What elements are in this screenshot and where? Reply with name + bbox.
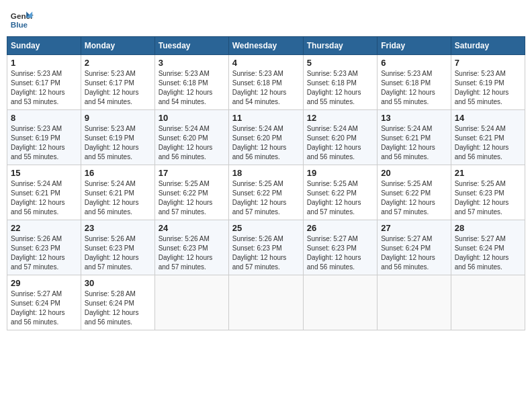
day-number: 12 [307, 113, 373, 123]
logo: General Blue [9, 7, 36, 31]
day-cell: 25 Sunrise: 5:26 AM Sunset: 6:23 PM Dayl… [228, 220, 303, 275]
day-info: Sunrise: 5:23 AM Sunset: 6:18 PM Dayligh… [232, 69, 300, 107]
day-number: 29 [11, 278, 77, 288]
day-cell: 18 Sunrise: 5:25 AM Sunset: 6:22 PM Dayl… [228, 165, 303, 220]
day-cell: 20 Sunrise: 5:25 AM Sunset: 6:22 PM Dayl… [378, 165, 451, 220]
day-cell: 26 Sunrise: 5:27 AM Sunset: 6:23 PM Dayl… [303, 220, 377, 275]
day-info: Sunrise: 5:23 AM Sunset: 6:18 PM Dayligh… [159, 69, 225, 107]
day-cell: 19 Sunrise: 5:25 AM Sunset: 6:22 PM Dayl… [303, 165, 377, 220]
day-number: 21 [455, 168, 521, 178]
day-info: Sunrise: 5:27 AM Sunset: 6:24 PM Dayligh… [381, 234, 447, 272]
day-cell: 29 Sunrise: 5:27 AM Sunset: 6:24 PM Dayl… [7, 275, 81, 330]
day-info: Sunrise: 5:26 AM Sunset: 6:23 PM Dayligh… [85, 234, 151, 272]
day-cell: 23 Sunrise: 5:26 AM Sunset: 6:23 PM Dayl… [81, 220, 154, 275]
day-number: 25 [232, 223, 300, 233]
weekday-header: Saturday [451, 37, 525, 55]
day-number: 2 [85, 58, 151, 68]
day-info: Sunrise: 5:26 AM Sunset: 6:23 PM Dayligh… [11, 234, 77, 272]
day-info: Sunrise: 5:23 AM Sunset: 6:18 PM Dayligh… [381, 69, 447, 107]
day-cell: 9 Sunrise: 5:23 AM Sunset: 6:19 PM Dayli… [81, 110, 154, 165]
day-cell: 15 Sunrise: 5:24 AM Sunset: 6:21 PM Dayl… [7, 165, 81, 220]
day-number: 28 [455, 223, 521, 233]
day-cell: 22 Sunrise: 5:26 AM Sunset: 6:23 PM Dayl… [7, 220, 81, 275]
day-number: 13 [381, 113, 447, 123]
day-number: 26 [307, 223, 373, 233]
day-number: 11 [232, 113, 300, 123]
svg-text:Blue: Blue [11, 20, 28, 29]
empty-day-cell [378, 275, 451, 330]
day-info: Sunrise: 5:25 AM Sunset: 6:22 PM Dayligh… [307, 179, 373, 217]
day-number: 20 [381, 168, 447, 178]
weekday-header: Monday [81, 37, 154, 55]
empty-day-cell [228, 275, 303, 330]
day-info: Sunrise: 5:24 AM Sunset: 6:21 PM Dayligh… [455, 124, 521, 162]
weekday-header: Friday [378, 37, 451, 55]
day-info: Sunrise: 5:25 AM Sunset: 6:22 PM Dayligh… [159, 179, 225, 217]
day-cell: 1 Sunrise: 5:23 AM Sunset: 6:17 PM Dayli… [7, 55, 81, 110]
day-number: 22 [11, 223, 77, 233]
day-info: Sunrise: 5:24 AM Sunset: 6:21 PM Dayligh… [11, 179, 77, 217]
day-cell: 16 Sunrise: 5:24 AM Sunset: 6:21 PM Dayl… [81, 165, 154, 220]
day-number: 1 [11, 58, 77, 68]
day-number: 18 [232, 168, 300, 178]
day-info: Sunrise: 5:27 AM Sunset: 6:24 PM Dayligh… [11, 289, 77, 327]
day-number: 10 [159, 113, 225, 123]
day-info: Sunrise: 5:23 AM Sunset: 6:17 PM Dayligh… [85, 69, 151, 107]
day-number: 27 [381, 223, 447, 233]
day-info: Sunrise: 5:24 AM Sunset: 6:21 PM Dayligh… [381, 124, 447, 162]
day-number: 17 [159, 168, 225, 178]
day-info: Sunrise: 5:25 AM Sunset: 6:22 PM Dayligh… [381, 179, 447, 217]
weekday-header: Tuesday [154, 37, 228, 55]
logo-icon: General Blue [9, 7, 34, 31]
day-info: Sunrise: 5:24 AM Sunset: 6:21 PM Dayligh… [85, 179, 151, 217]
day-info: Sunrise: 5:23 AM Sunset: 6:17 PM Dayligh… [11, 69, 77, 107]
day-info: Sunrise: 5:23 AM Sunset: 6:18 PM Dayligh… [307, 69, 373, 107]
calendar-table: SundayMondayTuesdayWednesdayThursdayFrid… [7, 36, 525, 330]
day-cell: 13 Sunrise: 5:24 AM Sunset: 6:21 PM Dayl… [378, 110, 451, 165]
day-info: Sunrise: 5:23 AM Sunset: 6:19 PM Dayligh… [85, 124, 151, 162]
day-cell: 5 Sunrise: 5:23 AM Sunset: 6:18 PM Dayli… [303, 55, 377, 110]
day-number: 23 [85, 223, 151, 233]
day-cell: 28 Sunrise: 5:27 AM Sunset: 6:24 PM Dayl… [451, 220, 525, 275]
day-info: Sunrise: 5:24 AM Sunset: 6:20 PM Dayligh… [159, 124, 225, 162]
day-number: 4 [232, 58, 300, 68]
day-info: Sunrise: 5:23 AM Sunset: 6:19 PM Dayligh… [455, 69, 521, 107]
day-info: Sunrise: 5:24 AM Sunset: 6:20 PM Dayligh… [232, 124, 300, 162]
day-cell: 24 Sunrise: 5:26 AM Sunset: 6:23 PM Dayl… [154, 220, 228, 275]
day-info: Sunrise: 5:25 AM Sunset: 6:23 PM Dayligh… [455, 179, 521, 217]
weekday-header: Sunday [7, 37, 81, 55]
day-info: Sunrise: 5:25 AM Sunset: 6:22 PM Dayligh… [232, 179, 300, 217]
day-info: Sunrise: 5:27 AM Sunset: 6:24 PM Dayligh… [455, 234, 521, 272]
day-cell: 8 Sunrise: 5:23 AM Sunset: 6:19 PM Dayli… [7, 110, 81, 165]
day-number: 3 [159, 58, 225, 68]
day-number: 30 [85, 278, 151, 288]
day-number: 8 [11, 113, 77, 123]
day-number: 14 [455, 113, 521, 123]
day-number: 24 [159, 223, 225, 233]
header: General Blue [7, 7, 525, 31]
day-cell: 21 Sunrise: 5:25 AM Sunset: 6:23 PM Dayl… [451, 165, 525, 220]
day-number: 6 [381, 58, 447, 68]
day-cell: 6 Sunrise: 5:23 AM Sunset: 6:18 PM Dayli… [378, 55, 451, 110]
empty-day-cell [154, 275, 228, 330]
day-number: 5 [307, 58, 373, 68]
day-cell: 17 Sunrise: 5:25 AM Sunset: 6:22 PM Dayl… [154, 165, 228, 220]
day-info: Sunrise: 5:27 AM Sunset: 6:23 PM Dayligh… [307, 234, 373, 272]
day-cell: 11 Sunrise: 5:24 AM Sunset: 6:20 PM Dayl… [228, 110, 303, 165]
day-info: Sunrise: 5:28 AM Sunset: 6:24 PM Dayligh… [85, 289, 151, 327]
day-info: Sunrise: 5:24 AM Sunset: 6:20 PM Dayligh… [307, 124, 373, 162]
day-number: 19 [307, 168, 373, 178]
weekday-header: Wednesday [228, 37, 303, 55]
weekday-header: Thursday [303, 37, 377, 55]
day-cell: 14 Sunrise: 5:24 AM Sunset: 6:21 PM Dayl… [451, 110, 525, 165]
day-info: Sunrise: 5:26 AM Sunset: 6:23 PM Dayligh… [159, 234, 225, 272]
day-cell: 12 Sunrise: 5:24 AM Sunset: 6:20 PM Dayl… [303, 110, 377, 165]
day-number: 9 [85, 113, 151, 123]
empty-day-cell [303, 275, 377, 330]
day-number: 15 [11, 168, 77, 178]
day-cell: 7 Sunrise: 5:23 AM Sunset: 6:19 PM Dayli… [451, 55, 525, 110]
day-cell: 30 Sunrise: 5:28 AM Sunset: 6:24 PM Dayl… [81, 275, 154, 330]
day-cell: 10 Sunrise: 5:24 AM Sunset: 6:20 PM Dayl… [154, 110, 228, 165]
day-info: Sunrise: 5:23 AM Sunset: 6:19 PM Dayligh… [11, 124, 77, 162]
day-number: 7 [455, 58, 521, 68]
